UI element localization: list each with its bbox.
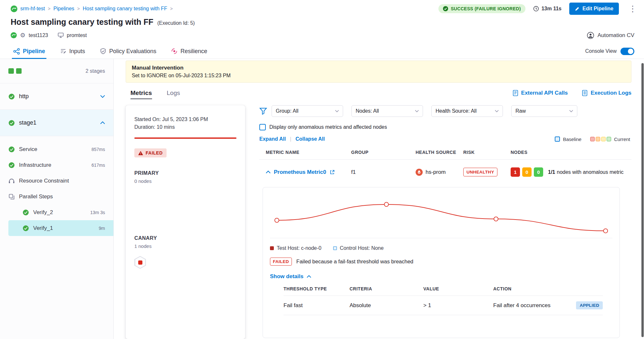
chart-color-legend: Baseline Current (555, 137, 630, 142)
test-host-label: Test Host: c-node-0 (277, 245, 322, 251)
step-label: Infrastructure (19, 162, 51, 168)
health-source-filter-select[interactable]: Health Source: All (431, 105, 503, 117)
external-api-calls-link[interactable]: External API Calls (513, 90, 568, 96)
failure-reason-row: FAILED Failed because a fail-fast thresh… (270, 258, 612, 266)
anomalous-node-marker (138, 260, 142, 265)
stages-count: 2 stages (86, 68, 105, 74)
panels: Started On: Jul 5, 2023 1:06 PM Duration… (126, 105, 631, 339)
chevron-down-icon[interactable] (100, 95, 105, 98)
sidebar-stage-stage1[interactable]: stage1 (0, 110, 113, 136)
nodes-filter-select[interactable]: Nodes: All (351, 105, 423, 117)
current-legend-swatches (590, 137, 611, 141)
environment-info: promtest (58, 33, 87, 38)
metric-chart (270, 194, 612, 238)
execution-id: (Execution Id: 5) (157, 20, 195, 26)
tab-resilience[interactable]: Resilience (171, 44, 207, 59)
current-legend-label: Current (614, 137, 630, 142)
col-health-source: HEALTH SOURCE (416, 150, 463, 155)
metric-row: Prometheus Metric0 f1 hs-prom UNHEALTHY (259, 160, 631, 183)
breadcrumb-pipelines[interactable]: Pipelines (53, 6, 74, 12)
topbar: srm-hf-test > Pipelines > Host sampling … (0, 0, 644, 14)
test-host-swatch (270, 246, 274, 250)
console-view-toggle[interactable] (620, 48, 634, 55)
show-details-link[interactable]: Show details (270, 273, 311, 280)
banner-subtitle: Set to IGNORE on 05-Jul-2023 1:15:23 PM (132, 73, 625, 79)
resource-constraint-icon (8, 178, 15, 184)
edit-pipeline-button[interactable]: Edit Pipeline (569, 3, 619, 15)
step-label: Service (19, 146, 37, 153)
sidebar-step-service[interactable]: Service 857ms (0, 141, 113, 157)
sidebar-stage-http[interactable]: http (0, 83, 113, 110)
tab-resilience-label: Resilience (180, 48, 207, 55)
show-details-label: Show details (270, 273, 303, 280)
execution-duration-label: 13m 11s (542, 6, 562, 12)
data-mode-select[interactable]: Raw (511, 105, 577, 117)
col-group: GROUP (351, 150, 416, 155)
chevron-down-icon (415, 110, 419, 112)
check-circle-icon (443, 6, 448, 11)
health-source-cell: hs-prom (416, 169, 463, 176)
sidebar-step-infrastructure[interactable]: Infrastructure 617ms (0, 157, 113, 173)
sidebar-step-verify-1[interactable]: Verify_1 9m (8, 220, 113, 236)
node-count-warning: 0 (522, 167, 532, 177)
collapse-all-link[interactable]: Collapse All (295, 136, 325, 142)
stage-status-square (16, 68, 22, 74)
current-swatch-yellow (601, 137, 606, 141)
canary-node-hexagon[interactable] (134, 256, 236, 269)
tab-inputs[interactable]: Inputs (60, 44, 85, 59)
test-host-legend: Test Host: c-node-0 (270, 245, 322, 251)
threshold-type-value: Fail fast (284, 302, 350, 309)
success-check-icon (8, 146, 15, 153)
anomalous-checkbox[interactable] (259, 124, 266, 130)
sidebar-step-resource-constraint[interactable]: Resource Constraint (0, 173, 113, 189)
pipeline-icon (13, 48, 20, 55)
stage-label: stage1 (19, 119, 36, 126)
nodes-summary-text: nodes with anomalous metric (557, 169, 623, 175)
success-check-icon (8, 120, 15, 126)
external-link-icon[interactable] (330, 170, 335, 175)
tab-metrics[interactable]: Metrics (130, 85, 152, 101)
filter-icon[interactable] (259, 108, 267, 115)
chevron-up-icon[interactable] (100, 121, 105, 124)
banner-title: Manual Intervention (132, 65, 625, 71)
warning-triangle-icon (138, 151, 143, 155)
nodes-filter-value: Nodes: All (356, 108, 379, 114)
tab-metrics-label: Metrics (130, 89, 152, 97)
execution-logs-link[interactable]: Execution Logs (582, 90, 631, 96)
step-duration: 13m 3s (90, 210, 105, 215)
execution-duration: 13m 11s (533, 6, 562, 12)
doc-links: External API Calls Execution Logs (513, 90, 631, 96)
expand-collapse-row: Expand All | Collapse All Baseline (259, 136, 631, 142)
step-duration: 617ms (91, 163, 105, 168)
threshold-details-table: THRESHOLD TYPE CRITERIA VALUE ACTION Fai… (284, 286, 603, 315)
metric-name-link[interactable]: Prometheus Metric0 (274, 169, 326, 175)
node-count-healthy: 0 (534, 167, 543, 177)
toggle-knob (628, 49, 633, 54)
step-duration: 9m (99, 226, 105, 231)
kebab-menu-icon[interactable]: ⋮ (627, 5, 639, 13)
environment-name: promtest (67, 33, 87, 38)
tab-pipeline[interactable]: Pipeline (13, 44, 45, 59)
breadcrumb-separator: > (48, 6, 50, 11)
risk-badge: UNHEALTHY (463, 168, 497, 176)
tab-logs-label: Logs (167, 89, 180, 97)
risk-cell: UNHEALTHY (463, 168, 511, 176)
expand-all-link[interactable]: Expand All (259, 136, 286, 142)
triggered-by-name: Automation CV (598, 32, 634, 39)
sidebar-step-verify-2[interactable]: Verify_2 13m 3s (0, 204, 113, 220)
node-count-unhealthy: 1 (511, 167, 520, 177)
control-host-swatch (333, 246, 337, 250)
chevron-up-icon[interactable] (266, 171, 271, 174)
breadcrumb-separator: > (77, 6, 80, 11)
threshold-table-row: Fail fast Absolute > 1 Fail after 4 occu… (284, 296, 603, 315)
group-filter-value: Group: All (276, 108, 298, 114)
breadcrumb-project[interactable]: srm-hf-test (20, 6, 45, 12)
breadcrumb-current[interactable]: Host sampling canary testing with FF (83, 6, 167, 12)
group-filter-select[interactable]: Group: All (272, 105, 343, 117)
tab-logs[interactable]: Logs (167, 85, 180, 101)
chevron-up-icon (307, 275, 311, 278)
prometheus-health-source-icon (416, 169, 423, 176)
tab-policy-evaluations[interactable]: Policy Evaluations (100, 44, 156, 59)
sidebar-step-parallel-steps[interactable]: Parallel Steps (0, 189, 113, 204)
vertical-scrollbar-thumb[interactable] (641, 63, 644, 337)
